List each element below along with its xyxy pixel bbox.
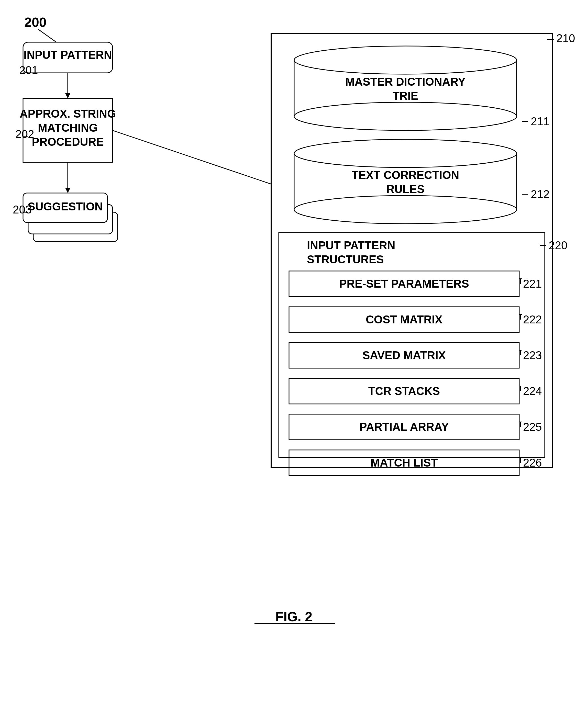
svg-point-17 — [294, 102, 517, 130]
approx-string-label1: APPROX. STRING — [20, 107, 116, 120]
partial-array-label: PARTIAL ARRAY — [359, 420, 449, 433]
pre-set-params-label: PRE-SET PARAMETERS — [339, 277, 469, 290]
ref223-label: 223 — [523, 349, 542, 362]
master-dict-label1: MASTER DICTIONARY — [345, 75, 465, 88]
svg-marker-8 — [65, 188, 70, 193]
ref201-label: 201 — [19, 64, 38, 77]
ref211-label: 211 — [531, 115, 549, 128]
suggestion1-label: SUGGESTION — [28, 200, 103, 213]
input-pattern-structures-label1: INPUT PATTERN — [307, 239, 395, 252]
input-pattern-label: INPUT PATTERN — [23, 48, 112, 61]
ref222-label: 222 — [523, 313, 542, 326]
ref225-label: 225 — [523, 420, 542, 433]
ref220-label: 220 — [549, 239, 567, 252]
ref224-label: 224 — [523, 385, 542, 397]
svg-point-20 — [294, 139, 517, 168]
ref212-label: 212 — [531, 188, 549, 200]
master-dict-label2: TRIE — [393, 89, 418, 102]
svg-line-0 — [38, 29, 56, 42]
svg-point-21 — [294, 196, 517, 224]
cost-matrix-label: COST MATRIX — [366, 313, 442, 326]
text-correction-label2: RULES — [386, 183, 424, 195]
saved-matrix-label: SAVED MATRIX — [362, 349, 446, 362]
ref200-label: 200 — [24, 15, 46, 30]
approx-string-label2: MATCHING — [38, 122, 98, 134]
fig2-label: FIG. 2 — [275, 609, 312, 624]
ref203-label: 203 — [13, 203, 31, 216]
svg-marker-4 — [65, 93, 70, 99]
ref210-label: 210 — [556, 32, 575, 44]
text-correction-label1: TEXT CORRECTION — [352, 169, 459, 181]
ref202-label: 202 — [15, 128, 34, 141]
match-list-label: MATCH LIST — [370, 456, 438, 469]
tcr-stacks-label: TCR STACKS — [368, 385, 440, 397]
svg-line-43 — [112, 130, 271, 184]
ref221-label: 221 — [523, 277, 542, 290]
approx-string-label3: PROCEDURE — [32, 135, 104, 148]
svg-point-16 — [294, 46, 517, 74]
ref226-label: 226 — [523, 456, 542, 469]
diagram-container: 200 INPUT PATTERN 201 APPROX. STRING MAT… — [0, 0, 588, 712]
input-pattern-structures-label2: STRUCTURES — [307, 253, 384, 266]
